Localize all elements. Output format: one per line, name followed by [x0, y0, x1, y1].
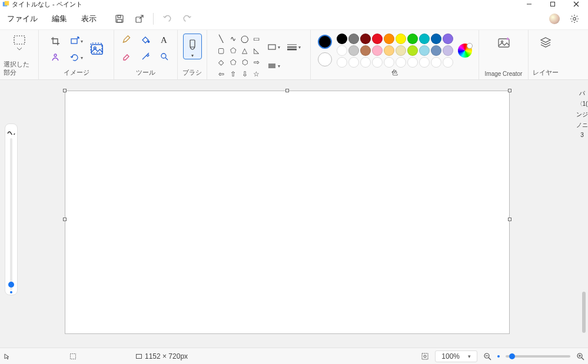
shape-arrow-down[interactable]: ⇩: [240, 69, 250, 79]
color-swatch[interactable]: [384, 34, 394, 44]
pencil-tool[interactable]: [118, 34, 135, 46]
color-swatch[interactable]: [419, 45, 430, 56]
remove-bg-button[interactable]: [47, 51, 64, 64]
fill-tool[interactable]: [137, 34, 154, 46]
shape-star[interactable]: ☆: [251, 69, 262, 79]
image-creator-button[interactable]: [493, 34, 514, 52]
color-swatch[interactable]: [360, 45, 371, 56]
redo-button[interactable]: [177, 9, 197, 29]
color2-swatch[interactable]: [318, 52, 332, 66]
color-swatch[interactable]: [407, 45, 418, 56]
close-button[interactable]: [564, 0, 588, 8]
color1-swatch[interactable]: [318, 35, 332, 49]
zoom-out-button[interactable]: [483, 352, 491, 360]
brush-size-slider[interactable]: [5, 123, 18, 295]
shape-rect[interactable]: ▭: [251, 34, 262, 44]
color-swatch[interactable]: [407, 34, 418, 44]
shape-roundrect[interactable]: ▢: [216, 45, 227, 56]
shape-arrow-right[interactable]: ⇨: [251, 57, 262, 68]
shape-fill-button[interactable]: ▾: [265, 59, 282, 72]
shape-triangle[interactable]: △: [240, 45, 250, 56]
color-swatch-empty[interactable]: [419, 57, 430, 68]
save-button[interactable]: [109, 9, 129, 29]
color-swatch-empty[interactable]: [337, 57, 347, 68]
shape-arrow-up[interactable]: ⇧: [228, 69, 238, 79]
settings-button[interactable]: [564, 9, 584, 29]
resize-handle-mr[interactable]: [508, 218, 511, 221]
color-swatch-empty[interactable]: [407, 57, 418, 68]
resize-handle-tl[interactable]: [63, 89, 67, 92]
color-swatch[interactable]: [337, 34, 347, 44]
window-title: タイトルなし - ペイント: [12, 0, 82, 9]
vertical-scrollbar[interactable]: [580, 86, 587, 342]
color-swatch[interactable]: [348, 45, 359, 56]
color-swatch-empty[interactable]: [431, 57, 441, 68]
stroke-width-button[interactable]: ▾: [285, 41, 302, 54]
menu-view[interactable]: 表示: [74, 8, 104, 29]
user-avatar[interactable]: [549, 14, 560, 24]
shape-oval[interactable]: ◯: [240, 34, 250, 44]
import-image-button[interactable]: [89, 35, 106, 64]
eyedropper-tool[interactable]: [137, 50, 154, 63]
canvas[interactable]: [65, 91, 510, 334]
selection-tool[interactable]: [9, 34, 29, 52]
color-swatch-empty[interactable]: [348, 57, 359, 68]
color-swatch[interactable]: [337, 45, 347, 56]
menu-file[interactable]: ファイル: [0, 8, 45, 29]
rotate-button[interactable]: ▾: [68, 51, 85, 64]
color-swatch[interactable]: [443, 34, 453, 44]
color-swatch[interactable]: [419, 34, 430, 44]
shape-polygon[interactable]: ⬠: [228, 45, 238, 56]
color-swatch-empty[interactable]: [396, 57, 406, 68]
color-swatch-empty[interactable]: [384, 57, 394, 68]
edit-colors-button[interactable]: [458, 44, 472, 58]
color-swatch[interactable]: [348, 34, 359, 44]
brushes-label: ブラシ: [182, 69, 202, 77]
minimize-button[interactable]: [517, 0, 541, 8]
layers-button[interactable]: [536, 34, 556, 51]
image-creator-label: Image Creator: [485, 71, 523, 77]
resize-button[interactable]: ▾: [68, 35, 85, 48]
shape-arrow-left[interactable]: ⇦: [216, 69, 227, 79]
color-swatch[interactable]: [384, 45, 394, 56]
svg-point-10: [573, 18, 576, 21]
color-swatch[interactable]: [443, 45, 453, 56]
svg-rect-12: [71, 39, 77, 44]
zoom-in-button[interactable]: [576, 352, 584, 360]
shape-pentagon[interactable]: ⬠: [228, 57, 238, 68]
text-tool[interactable]: A: [156, 34, 172, 46]
zoom-combo[interactable]: 100% ▾: [435, 350, 477, 362]
resize-handle-tr[interactable]: [508, 89, 511, 92]
eraser-tool[interactable]: [118, 50, 135, 63]
color-swatch[interactable]: [431, 34, 441, 44]
color-swatch-empty[interactable]: [360, 57, 371, 68]
shape-line[interactable]: ╲: [216, 34, 227, 44]
zoom-slider[interactable]: [506, 355, 570, 358]
color-swatch[interactable]: [396, 45, 406, 56]
shape-curve[interactable]: ∿: [228, 34, 238, 44]
color-swatch[interactable]: [372, 34, 383, 44]
color-swatch[interactable]: [431, 45, 441, 56]
resize-handle-tm[interactable]: [285, 89, 289, 92]
color-swatch[interactable]: [360, 34, 371, 44]
shape-outline-button[interactable]: ▾: [265, 41, 282, 54]
maximize-button[interactable]: [541, 0, 564, 8]
svg-point-16: [54, 54, 57, 56]
shape-diamond[interactable]: ◇: [216, 57, 227, 68]
color-swatch[interactable]: [396, 34, 406, 44]
crop-button[interactable]: [47, 35, 64, 48]
shapes-gallery[interactable]: ╲ ∿ ◯ ▭ ▢ ⬠ △ ◺ ◇ ⬠ ⬡ ⇨ ⇦ ⇧ ⇩ ☆: [216, 34, 262, 79]
color-swatch[interactable]: [372, 45, 383, 56]
resize-handle-ml[interactable]: [63, 218, 67, 221]
shape-rtriangle[interactable]: ◺: [251, 45, 262, 56]
brushes-button[interactable]: ▾: [183, 34, 202, 59]
color-swatch-empty[interactable]: [372, 57, 383, 68]
share-button[interactable]: [129, 9, 150, 29]
svg-point-26: [501, 41, 503, 43]
magnifier-tool[interactable]: [156, 50, 172, 63]
shape-hexagon[interactable]: ⬡: [240, 57, 250, 68]
menu-edit[interactable]: 編集: [45, 8, 74, 29]
fit-to-window-button[interactable]: [421, 352, 429, 360]
color-swatch-empty[interactable]: [443, 57, 453, 68]
undo-button[interactable]: [157, 9, 177, 29]
